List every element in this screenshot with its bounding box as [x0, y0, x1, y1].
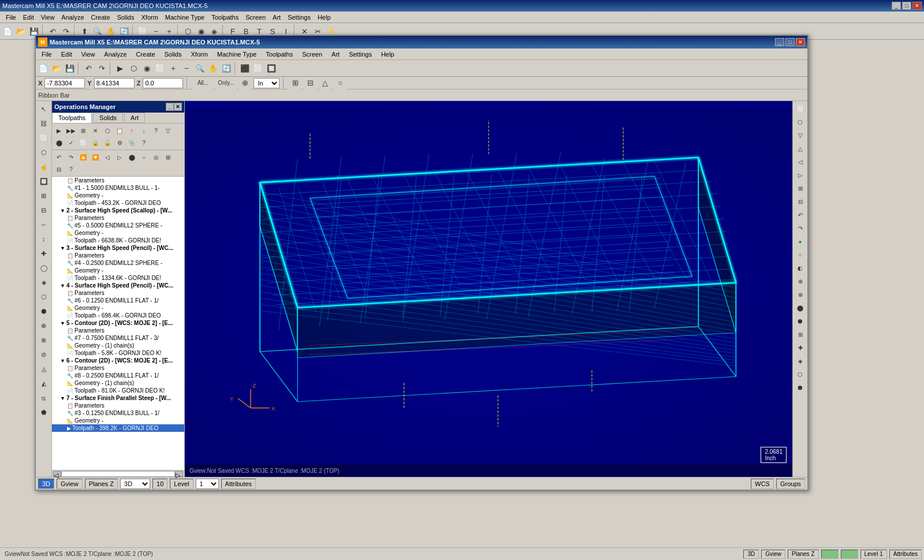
left-btn10[interactable]: ↕: [37, 232, 51, 246]
tree-item-tp7[interactable]: ▶ Toolpath - 398.2K - GORNJI DEO: [52, 424, 184, 432]
outer-menu-solids[interactable]: Solids: [114, 13, 138, 22]
ops-tb18[interactable]: ?: [138, 137, 150, 148]
tree-item-geo3[interactable]: 📐 Geometry -: [52, 267, 184, 274]
outer-menu-analyze[interactable]: Analyze: [58, 13, 87, 22]
tree-item-op4[interactable]: ▼ 4 - Surface High Speed (Pencil) - [WC.…: [52, 282, 184, 289]
ops-tb-a2[interactable]: ↷: [65, 151, 77, 163]
left-btn16[interactable]: ⊕: [37, 319, 51, 333]
left-btn13[interactable]: ◈: [37, 275, 51, 289]
right-btn4[interactable]: △: [794, 142, 807, 155]
planes-combo[interactable]: 3D Top Front: [120, 479, 150, 489]
ops-tb15[interactable]: 🔓: [102, 137, 113, 148]
status-groups[interactable]: Groups: [776, 479, 805, 489]
app-close-btn[interactable]: ✕: [796, 38, 805, 46]
app-redo-btn[interactable]: ↷: [95, 62, 108, 74]
tree-item-op3[interactable]: ▼ 3 - Surface High Speed (Pencil) - [WC.…: [52, 244, 184, 252]
right-btn6[interactable]: ▷: [794, 169, 807, 181]
right-btn12[interactable]: ○: [794, 248, 807, 261]
ops-tb10[interactable]: ▽: [162, 125, 174, 136]
ops-tb-a8[interactable]: ○: [138, 151, 150, 163]
left-btn11[interactable]: ✚: [37, 247, 51, 260]
app-menu-solids[interactable]: Solids: [160, 50, 187, 59]
left-btn20[interactable]: ◭: [37, 376, 51, 390]
tree-item-geo5[interactable]: 📐 Geometry - (1) chain(s): [52, 342, 184, 349]
tree-item-params7[interactable]: 📋 Parameters: [52, 402, 184, 409]
x-input[interactable]: [44, 78, 85, 88]
left-btn19[interactable]: ◬: [37, 362, 51, 376]
right-btn1[interactable]: ⬜: [794, 102, 807, 115]
app-open-btn[interactable]: 📂: [50, 62, 63, 74]
left-btn15[interactable]: ⬢: [37, 304, 51, 318]
tree-item-op5[interactable]: ▼ 5 - Contour (2D) - [WCS: MOJE 2] - [E.…: [52, 319, 184, 327]
right-btn2[interactable]: ⬡: [794, 115, 807, 128]
right-btn9[interactable]: ↶: [794, 208, 807, 221]
right-btn18[interactable]: ⊞: [794, 328, 807, 341]
ops-tb-a9[interactable]: ◎: [150, 151, 162, 163]
ops-tb-a10[interactable]: ⊞: [162, 151, 174, 163]
tree-item-params4[interactable]: 📋 Parameters: [52, 289, 184, 297]
tree-item-params2[interactable]: 📋 Parameters: [52, 214, 184, 222]
unit-combo[interactable]: In mm: [254, 78, 280, 88]
tree-item-tp2[interactable]: 📄 Toolpath - 6638.8K - GORNJI DE!: [52, 237, 184, 244]
status-gview[interactable]: Gview: [57, 479, 83, 489]
tree-item-geo6[interactable]: 📐 Geometry - (1) chain(s): [52, 379, 184, 387]
ops-tb16[interactable]: ⚙: [114, 137, 125, 148]
app-tb1[interactable]: ▶: [114, 62, 126, 74]
app-menu-art[interactable]: Art: [327, 50, 344, 59]
scroll-track[interactable]: [61, 471, 175, 477]
right-btn20[interactable]: ◈: [794, 354, 807, 367]
app-menu-help[interactable]: Help: [377, 50, 399, 59]
open-btn[interactable]: 📂: [14, 25, 27, 38]
coord-btn2[interactable]: ⊟: [304, 77, 316, 89]
status-3d[interactable]: 3D: [38, 479, 54, 489]
ops-tb-a6[interactable]: ▷: [114, 151, 125, 163]
tree-item-tool1[interactable]: 🔧 #1 - 1.5000 ENDMILL3 BULL - 1-: [52, 184, 184, 192]
right-btn15[interactable]: ⊗: [794, 288, 807, 301]
ops-collapse-btn[interactable]: _: [166, 103, 174, 111]
right-btn3[interactable]: ▽: [794, 129, 807, 141]
left-select-btn[interactable]: ↖: [37, 102, 51, 116]
app-save-btn[interactable]: 💾: [64, 62, 76, 74]
app-menu-analyze[interactable]: Analyze: [99, 50, 131, 59]
outer-close-btn[interactable]: ✕: [912, 2, 922, 10]
ops-tb14[interactable]: 🔒: [90, 137, 101, 148]
app-menu-settings[interactable]: Settings: [344, 50, 377, 59]
coord-btn4[interactable]: ○: [334, 77, 346, 89]
all-btn[interactable]: All...: [192, 77, 213, 89]
ops-tb-a7[interactable]: ⬤: [126, 151, 137, 163]
ops-tb11[interactable]: ⬤: [53, 137, 65, 148]
app-menu-file[interactable]: File: [37, 50, 57, 59]
tree-item-params3[interactable]: 📋 Parameters: [52, 252, 184, 259]
right-btn8[interactable]: ⊟: [794, 195, 807, 208]
app-undo-btn[interactable]: ↶: [82, 62, 95, 74]
app-tb4[interactable]: ⬜: [154, 62, 166, 74]
left-btn9[interactable]: ↔: [37, 218, 51, 232]
left-btn6[interactable]: 🔲: [37, 174, 51, 188]
status-planes-val[interactable]: 10: [152, 479, 167, 489]
app-menu-toolpaths[interactable]: Toolpaths: [261, 50, 297, 59]
ops-tb5[interactable]: ⬡: [102, 125, 113, 136]
tree-item-tp1[interactable]: 📄 Toolpath - 453.2K - GORNJI DEO: [52, 199, 184, 207]
tree-item-params6[interactable]: 📋 Parameters: [52, 364, 184, 372]
left-window-btn[interactable]: ⬜: [37, 131, 51, 145]
tree-item-tp4[interactable]: 📄 Toolpath - 698.4K - GORNJI DEO: [52, 312, 184, 319]
tree-item-geo2[interactable]: 📐 Geometry -: [52, 229, 184, 237]
left-btn21[interactable]: ⧅: [37, 391, 51, 405]
tree-item-op2[interactable]: ▼ 2 - Surface High Speed (Scallop) - [W.…: [52, 207, 184, 214]
z-input[interactable]: [143, 78, 183, 88]
app-tb3[interactable]: ◉: [140, 62, 153, 74]
ops-tb6[interactable]: 📋: [114, 125, 125, 136]
outer-menu-xform[interactable]: Xform: [138, 13, 162, 22]
tree-item-tool5[interactable]: 🔧 #7 - 0.7500 ENDMILL1 FLAT - 3/: [52, 334, 184, 342]
left-btn17[interactable]: ⊗: [37, 333, 51, 347]
only-btn[interactable]: Only...: [215, 77, 236, 89]
outer-menu-art[interactable]: Art: [269, 13, 284, 22]
right-btn13[interactable]: ◐: [794, 262, 807, 274]
outer-menu-screen[interactable]: Screen: [242, 13, 269, 22]
outer-menu-settings[interactable]: Settings: [284, 13, 314, 22]
ops-tb12[interactable]: ✓: [65, 137, 77, 148]
new-btn[interactable]: 📄: [1, 25, 14, 38]
left-polygon-btn[interactable]: ⬡: [37, 145, 51, 159]
y-input[interactable]: [94, 78, 135, 88]
left-btn22[interactable]: ⬟: [37, 405, 51, 419]
